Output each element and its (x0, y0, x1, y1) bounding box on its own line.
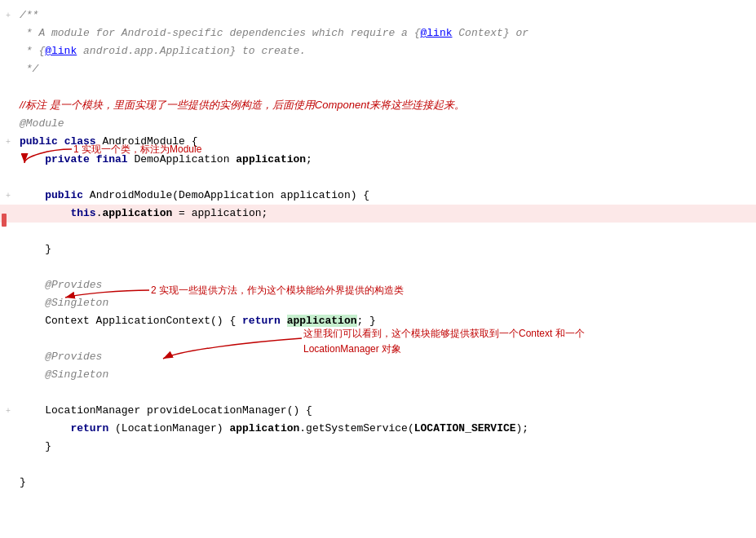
gutter-22 (0, 384, 16, 402)
code-line-23: + LocationManager provideLocationManager… (0, 402, 756, 420)
line-content-7: @Module (16, 115, 756, 133)
line-content-14: } (16, 240, 756, 258)
line-content-11: public AndroidModule(DemoApplication app… (16, 187, 756, 205)
code-editor: +/** * A module for Android-specific dep… (0, 0, 756, 538)
line-content-13 (16, 223, 756, 240)
code-line-17: @Singleton (0, 294, 756, 312)
line-content-22 (16, 384, 756, 402)
line-content-15 (16, 258, 756, 276)
gutter-4 (0, 60, 16, 78)
gutter-14 (0, 240, 16, 258)
code-line-11: + public AndroidModule(DemoApplication a… (0, 187, 756, 205)
line-content-20: @Provides (16, 348, 756, 366)
line-content-18: Context ApplicationContext() { return ap… (16, 312, 756, 330)
line-content-17: @Singleton (16, 294, 756, 312)
gutter-26 (0, 456, 16, 474)
code-line-19 (0, 330, 756, 348)
gutter-13 (0, 223, 16, 240)
line-content-27: } (16, 474, 756, 492)
line-content-8: public class AndroidModule { (16, 133, 756, 151)
gutter-3 (0, 42, 16, 60)
line-content-26 (16, 456, 756, 474)
line-content-21: @Singleton (16, 366, 756, 384)
code-line-1: +/** (0, 7, 756, 24)
line-content-9: private final DemoApplication applicatio… (16, 151, 756, 169)
gutter-5 (0, 78, 16, 96)
code-line-5 (0, 78, 756, 96)
code-line-7: @Module (0, 115, 756, 133)
code-line-20: @Provides (0, 348, 756, 366)
code-line-10 (0, 169, 756, 187)
gutter-7 (0, 115, 16, 133)
line-content-2: * A module for Android-specific dependen… (16, 24, 756, 42)
code-line-16: @Provides (0, 276, 756, 294)
gutter-24 (0, 420, 16, 438)
code-line-14: } (0, 240, 756, 258)
code-line-12: this.application = application; (0, 205, 756, 223)
gutter-18 (0, 312, 16, 330)
code-line-2: * A module for Android-specific dependen… (0, 24, 756, 42)
code-line-15 (0, 258, 756, 276)
gutter-25 (0, 438, 16, 456)
line-content-3: * {@link android.app.Application} to cre… (16, 42, 756, 60)
line-content-16: @Provides (16, 276, 756, 294)
gutter-20 (0, 348, 16, 366)
gutter-9 (0, 151, 16, 169)
gutter-15 (0, 258, 16, 276)
gutter-16 (0, 276, 16, 294)
code-line-24: return (LocationManager) application.get… (0, 420, 756, 438)
line-content-23: LocationManager provideLocationManager()… (16, 402, 756, 420)
line-content-19 (16, 330, 756, 348)
gutter-21 (0, 366, 16, 384)
line-content-25: } (16, 438, 756, 456)
gutter-11: + (0, 187, 16, 205)
code-line-25: } (0, 438, 756, 456)
code-line-9: private final DemoApplication applicatio… (0, 151, 756, 169)
line-content-4: */ (16, 60, 756, 78)
gutter-23: + (0, 402, 16, 420)
code-line-27: } (0, 474, 756, 492)
code-line-21: @Singleton (0, 366, 756, 384)
line-content-1: /** (16, 7, 756, 24)
gutter-10 (0, 169, 16, 187)
code-line-3: * {@link android.app.Application} to cre… (0, 42, 756, 60)
gutter-1: + (0, 7, 16, 24)
code-line-22 (0, 384, 756, 402)
code-line-13 (0, 223, 756, 240)
gutter-6 (0, 96, 16, 115)
code-line-26 (0, 456, 756, 474)
code-line-6: //标注 是一个模块，里面实现了一些提供的实例构造，后面使用Component来… (0, 96, 756, 115)
line-content-6: //标注 是一个模块，里面实现了一些提供的实例构造，后面使用Component来… (16, 96, 756, 115)
line-content-5 (16, 78, 756, 96)
line-content-10 (16, 169, 756, 187)
line-content-24: return (LocationManager) application.get… (16, 420, 756, 438)
gutter-19 (0, 330, 16, 348)
code-line-4: */ (0, 60, 756, 78)
gutter-8: + (0, 133, 16, 151)
gutter-2 (0, 24, 16, 42)
line-content-12: this.application = application; (16, 205, 756, 223)
code-line-18: Context ApplicationContext() { return ap… (0, 312, 756, 330)
gutter-17 (0, 294, 16, 312)
gutter-27 (0, 474, 16, 492)
gutter-12 (0, 205, 16, 223)
code-line-8: +public class AndroidModule { (0, 133, 756, 151)
